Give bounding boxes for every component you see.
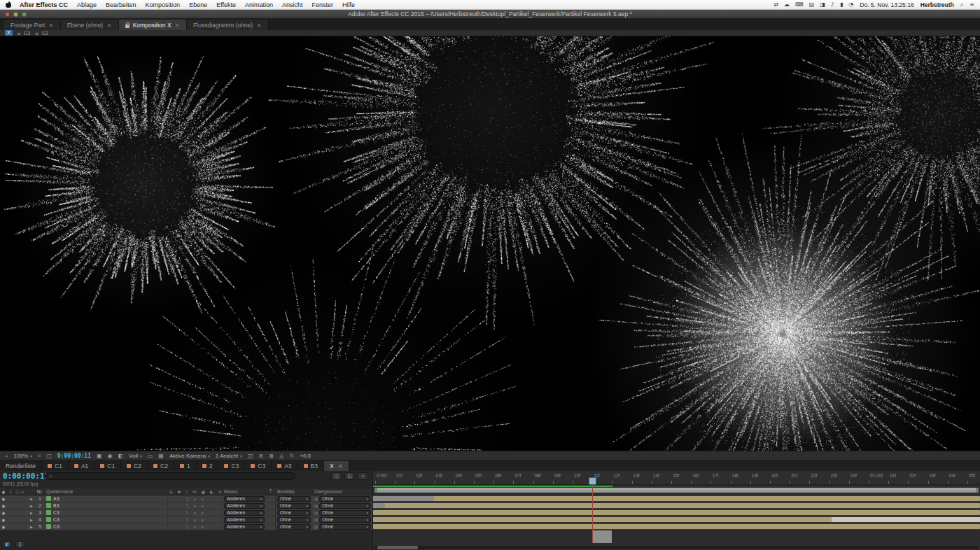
current-time-indicator[interactable] [589,477,596,485]
timeline-tab-5[interactable]: C2 [148,461,174,471]
layer-bewmas-select[interactable]: Ohne▾ [277,517,311,523]
cloud-icon[interactable]: ☁ [784,1,790,8]
layer-switches[interactable]: ╲▪▪ [168,511,223,515]
menu-item-after-effects-cc[interactable]: After Effects CC [20,1,68,8]
layer-motionblur-icon[interactable]: ▪ [201,497,204,501]
layer-duration-bar[interactable] [373,524,980,529]
display-icon[interactable]: ▤ [809,1,815,8]
layer-label-chip[interactable] [46,524,51,529]
menu-item-fenster[interactable]: Fenster [312,1,334,8]
menu-item-ansicht[interactable]: Ansicht [282,1,303,8]
layer-fx-icon[interactable]: ▪ [193,511,196,515]
timeline-current-timecode[interactable]: 0:00:00:11 [3,472,49,481]
menu-item-hilfe[interactable]: Hilfe [342,1,355,8]
layer-label-chip[interactable] [46,517,51,522]
tab-close-icon[interactable]: × [106,22,112,29]
layer-source-name[interactable]: C3 [45,510,168,515]
layer-duration-bar[interactable] [373,510,980,515]
layer-row-5[interactable]: ◉▶5C3╲▪▪Addieren▾Ohne▾◎Ohne▾ [0,523,372,530]
apple-menu-icon[interactable] [6,1,12,8]
layer-expander-icon[interactable]: ▶ [28,525,35,529]
menu-item-ablage[interactable]: Ablage [77,1,97,8]
region-of-interest-icon[interactable]: ▭ [148,453,153,459]
layer-switches[interactable]: ╲▪▪ [168,497,223,501]
view-layout-select[interactable]: 1 Ansicht▾ [216,453,242,459]
fast-preview-icon[interactable]: ≋ [258,453,263,459]
layer-switches[interactable]: ╲▪▪ [168,504,223,508]
timeline-search-field[interactable]: ⌕ [45,472,295,480]
layer-quality-icon[interactable]: ╲ [186,504,188,508]
timeline-tab-2[interactable]: A1 [69,461,94,471]
resolution-select[interactable]: Voll▾ [129,453,142,459]
layer-motionblur-icon[interactable]: ▪ [201,504,204,508]
menu-item-ebene[interactable]: Ebene [189,1,207,8]
layer-visibility-toggle[interactable]: ◉ [0,511,7,515]
wifi-icon[interactable]: ◔ [848,1,853,8]
expand-layer-switches-button[interactable]: {} [15,541,24,547]
layer-t-toggle[interactable] [266,509,276,516]
layer-bar-row[interactable] [373,502,980,509]
graph-editor-button[interactable]: ⌗ [358,472,368,480]
layer-bewmas-select[interactable]: Ohne▾ [277,496,311,502]
layer-t-toggle[interactable] [266,495,276,502]
timeline-tab-9[interactable]: C3 [245,461,272,471]
layer-quality-icon[interactable]: ╲ [186,525,188,529]
layer-pickwhip-icon[interactable]: ◎ [314,524,318,529]
layer-bar-row[interactable] [373,509,980,516]
window-zoom-button[interactable] [22,12,27,17]
transparency-grid-icon[interactable]: ▦ [158,453,164,459]
layer-bar-row[interactable] [373,523,980,530]
camera-select[interactable]: Aktive Kamera▾ [169,453,210,459]
layer-mode-select[interactable]: Addieren▾ [224,510,265,516]
layer-visibility-toggle[interactable]: ◉ [0,525,7,529]
layer-duration-bar[interactable] [373,503,980,508]
battery-icon[interactable]: ▮ [840,1,843,8]
layer-fx-icon[interactable]: ▪ [193,518,196,522]
timeline-tab-4[interactable]: C2 [121,461,148,471]
layer-motionblur-icon[interactable]: ▪ [201,525,204,529]
breadcrumb-current-comp[interactable]: X [5,30,13,36]
mirroring-icon[interactable]: ◨ [820,1,825,8]
viewer-tab-4[interactable]: Flussdiagramm (ohne)× [187,20,269,30]
timeline-tab-10[interactable]: A3 [272,461,298,471]
layer-label-chip[interactable] [46,503,51,508]
layer-pickwhip-icon[interactable]: ◎ [314,503,318,508]
layer-mode-select[interactable]: Addieren▾ [224,524,265,530]
timeline-horizontal-scrollbar[interactable] [374,546,979,549]
timeline-button-icon[interactable]: ≣ [269,453,274,459]
layer-expander-icon[interactable]: ▶ [28,511,35,515]
composition-viewport[interactable] [0,36,980,451]
menu-item-komposition[interactable]: Komposition [146,1,181,8]
layer-motionblur-icon[interactable]: ▪ [201,511,204,515]
zoom-select[interactable]: 100%▾ [13,453,31,459]
layer-fx-icon[interactable]: ▪ [193,497,196,501]
live-update-button[interactable]: ⊡ [344,472,355,480]
viewer-tab-1[interactable]: Footage Part× [4,20,61,30]
layer-mode-select[interactable]: Addieren▾ [224,517,265,523]
volume-icon[interactable]: ♪ [831,1,834,8]
layer-mode-select[interactable]: Addieren▾ [224,496,265,502]
time-ruler[interactable]: 0:00f01f02f03f04f05f06f07f08f09f10f11f12… [373,471,980,485]
layer-source-name[interactable]: C3 [45,524,168,529]
work-area-bar[interactable] [374,488,979,493]
window-close-button[interactable] [5,12,10,17]
spotlight-icon[interactable]: ⌕ [960,1,963,8]
layer-row-1[interactable]: ◉▶1A3╲▪▪Addieren▾Ohne▾◎Ohne▾ [0,495,372,502]
layer-parent-select[interactable]: Ohne▾ [319,503,371,509]
menu-item-animation[interactable]: Animation [245,1,273,8]
timeline-tab-11[interactable]: B3 [298,461,324,471]
timeline-tab-6[interactable]: 1 [174,461,197,471]
sync-icon[interactable]: ⇄ [774,1,778,8]
snapshot-icon[interactable]: ▣ [97,453,102,459]
current-time-display[interactable]: 0:00:00:11 [57,453,91,459]
timeline-tab-active-x[interactable]: X× [324,461,349,471]
timeline-tab-7[interactable]: 2 [197,461,219,471]
layer-source-name[interactable]: B3 [45,503,168,508]
layer-t-toggle[interactable] [266,523,276,530]
menu-item-bearbeiten[interactable]: Bearbeiten [106,1,136,8]
tab-close-icon[interactable]: × [175,22,181,29]
window-minimize-button[interactable] [13,12,18,17]
layer-duration-bar[interactable] [373,496,980,501]
timeline-tab-1[interactable]: C1 [42,461,69,471]
tab-close-icon[interactable]: × [256,22,262,29]
